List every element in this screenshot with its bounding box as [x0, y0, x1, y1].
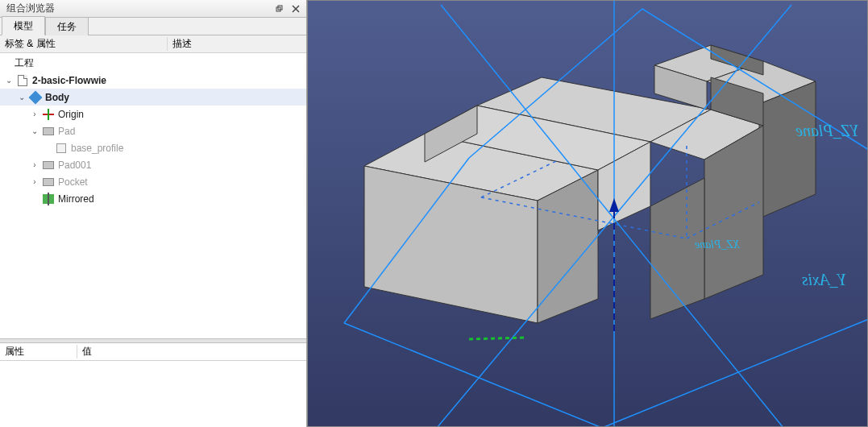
sketch-icon [55, 142, 68, 155]
property-grid: 属性 值 [0, 343, 306, 427]
tree-item-mirrored[interactable]: › Mirrored [0, 190, 306, 207]
property-body[interactable] [0, 361, 306, 427]
expand-toggle[interactable]: › [29, 176, 40, 188]
expand-toggle[interactable]: ⌄ [29, 126, 40, 137]
mirrored-icon [42, 193, 55, 205]
tree-item-base-profile[interactable]: › base_profile [0, 139, 306, 156]
tree-item-origin[interactable]: › Origin [0, 106, 306, 122]
panel-title-text: 组合浏览器 [6, 2, 55, 15]
tree-col-label: 标签 & 属性 [0, 37, 168, 51]
expand-toggle[interactable]: ⌄ [3, 75, 15, 86]
svg-marker-14 [759, 81, 816, 218]
expand-toggle[interactable]: › [29, 160, 40, 171]
tree-label: Mirrored [58, 193, 94, 205]
tree-item-document[interactable]: ⌄ 2-basic-Flowwie [0, 72, 306, 89]
property-col-value: 值 [77, 345, 306, 359]
3d-viewport[interactable]: YZ_Plane Y_Axis XZ_Plane [307, 0, 868, 427]
plane-label-yz: YZ_Plane [795, 122, 859, 140]
tree-root-application[interactable]: ▾ 工程 [0, 55, 306, 72]
tree-label: 2-basic-Flowwie [32, 75, 106, 86]
body-icon [29, 91, 42, 104]
panel-titlebar: 组合浏览器 [0, 0, 306, 18]
model-body [364, 45, 816, 323]
tree-label: Pocket [58, 176, 88, 188]
tree-item-pad001[interactable]: › Pad001 [0, 156, 306, 173]
pad-icon [42, 159, 55, 172]
ground-marker [469, 338, 525, 339]
tree-item-pad[interactable]: ⌄ Pad [0, 122, 306, 139]
tree-label: Origin [58, 109, 84, 120]
property-header: 属性 值 [0, 343, 306, 361]
svg-line-26 [469, 338, 525, 339]
combo-view-panel: 组合浏览器 模型 任务 标签 & 属性 描述 ▾ 工程 [0, 0, 307, 427]
undock-button[interactable] [272, 2, 287, 15]
expand-toggle[interactable]: ⌄ [16, 92, 27, 103]
tree-label: Pad001 [58, 160, 91, 171]
tree-label: Pad [58, 126, 75, 137]
tree-label: base_profile [71, 143, 123, 154]
tree-col-descr: 描述 [168, 37, 306, 51]
tree-view[interactable]: ▾ 工程 ⌄ 2-basic-Flowwie ⌄ Body › Origin [0, 53, 306, 338]
viewport-svg [308, 1, 868, 427]
tree-columns-header: 标签 & 属性 描述 [0, 35, 306, 53]
tab-tasks[interactable]: 任务 [45, 17, 89, 35]
tree-label: Body [45, 92, 69, 103]
panel-title-buttons [272, 2, 303, 15]
pocket-icon [42, 176, 55, 189]
tab-model[interactable]: 模型 [2, 16, 45, 35]
origin-icon [42, 108, 55, 121]
property-col-name: 属性 [0, 345, 77, 359]
tree-item-pocket[interactable]: › Pocket [0, 173, 306, 190]
axis-label-y: Y_Axis [802, 271, 847, 289]
panel-tabbar: 模型 任务 [0, 18, 306, 35]
plane-label-xz: XZ_Plane [695, 238, 740, 251]
expand-toggle[interactable]: › [29, 109, 40, 120]
tree-label: 工程 [15, 56, 34, 70]
close-panel-button[interactable] [289, 2, 303, 15]
document-icon [16, 74, 29, 87]
pad-icon [42, 125, 55, 138]
tree-item-body[interactable]: ⌄ Body [0, 89, 306, 106]
